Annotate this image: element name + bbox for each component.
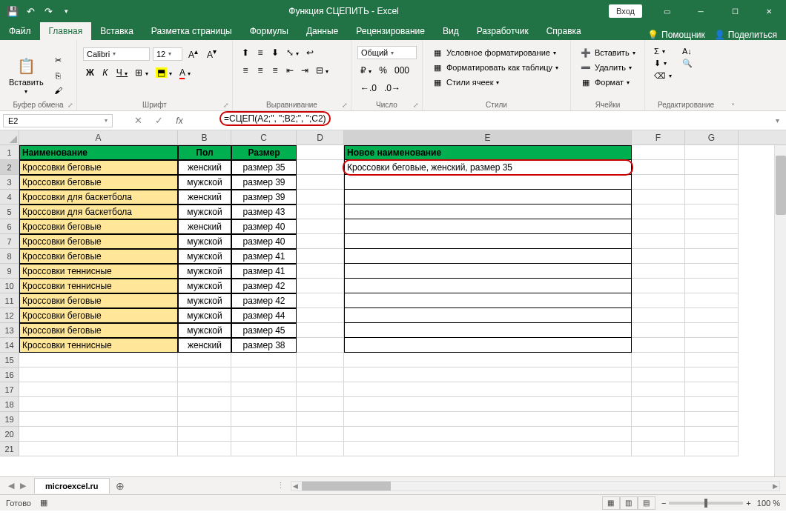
row-header-12[interactable]: 12 xyxy=(0,308,19,323)
tab-review[interactable]: Рецензирование xyxy=(347,22,434,40)
row-header-6[interactable]: 6 xyxy=(0,219,19,234)
sort-filter-icon[interactable]: A↓ xyxy=(679,46,696,56)
cell-styles-button[interactable]: ▦Стили ячеек ▾ xyxy=(429,76,564,89)
cell-f8[interactable] xyxy=(632,249,685,264)
paste-button[interactable]: 📋 Вставить ▾ xyxy=(6,54,47,96)
cell-f13[interactable] xyxy=(632,323,685,338)
row-header-16[interactable]: 16 xyxy=(0,368,19,382)
decrease-indent-icon[interactable]: ⇤ xyxy=(283,64,297,77)
copy-icon[interactable]: ⎘ xyxy=(51,69,66,82)
cell-d3[interactable] xyxy=(297,175,344,190)
cell-a8[interactable]: Кроссовки беговые xyxy=(19,249,178,264)
cell-c12[interactable]: размер 44 xyxy=(231,308,297,323)
cell-c16[interactable] xyxy=(231,368,297,382)
wrap-text-icon[interactable]: ↩ xyxy=(303,46,317,59)
cell-b16[interactable] xyxy=(178,368,231,382)
select-all-button[interactable] xyxy=(0,130,19,144)
cell-a10[interactable]: Кроссовки теннисные xyxy=(19,279,178,293)
cell-c21[interactable] xyxy=(231,442,297,456)
cell-f19[interactable] xyxy=(632,412,685,427)
cell-c3[interactable]: размер 39 xyxy=(231,175,297,190)
col-header-e[interactable]: E xyxy=(344,130,632,144)
sheet-tab[interactable]: microexcel.ru xyxy=(34,478,110,493)
cell-f7[interactable] xyxy=(632,234,685,249)
row-header-19[interactable]: 19 xyxy=(0,412,19,427)
tab-developer[interactable]: Разработчик xyxy=(468,22,538,40)
fx-icon[interactable]: fx xyxy=(171,116,188,126)
cell-b3[interactable]: мужской xyxy=(178,175,231,190)
cell-g5[interactable] xyxy=(685,205,739,219)
row-header-15[interactable]: 15 xyxy=(0,353,19,368)
col-header-b[interactable]: B xyxy=(178,130,231,144)
cell-f15[interactable] xyxy=(632,353,685,368)
cell-e13[interactable] xyxy=(344,323,632,338)
increase-indent-icon[interactable]: ⇥ xyxy=(298,64,311,77)
cell-e10[interactable] xyxy=(344,279,632,293)
align-bottom-icon[interactable]: ⬇ xyxy=(268,46,282,59)
row-header-2[interactable]: 2 xyxy=(0,160,19,175)
row-header-7[interactable]: 7 xyxy=(0,234,19,249)
cut-icon[interactable]: ✂ xyxy=(51,54,66,67)
cell-g2[interactable] xyxy=(685,160,739,175)
cell-b8[interactable]: мужской xyxy=(178,249,231,264)
font-size-combo[interactable]: 12▾ xyxy=(153,47,182,61)
tab-formulas[interactable]: Формулы xyxy=(241,22,297,40)
cell-d12[interactable] xyxy=(297,308,344,323)
cell-d16[interactable] xyxy=(297,368,344,382)
cell-g7[interactable] xyxy=(685,234,739,249)
cell-a5[interactable]: Кроссовки для баскетбола xyxy=(19,205,178,219)
cell-b20[interactable] xyxy=(178,427,231,442)
cell-f12[interactable] xyxy=(632,308,685,323)
cell-b21[interactable] xyxy=(178,442,231,456)
cell-e3[interactable] xyxy=(344,175,632,190)
cell-g14[interactable] xyxy=(685,338,739,353)
cell-e11[interactable] xyxy=(344,293,632,308)
page-break-view-icon[interactable]: ▤ xyxy=(638,496,655,510)
cell-a12[interactable]: Кроссовки беговые xyxy=(19,308,178,323)
cell-b18[interactable] xyxy=(178,397,231,412)
cell-f10[interactable] xyxy=(632,279,685,293)
cell-f1[interactable] xyxy=(632,145,685,160)
cell-c20[interactable] xyxy=(231,427,297,442)
align-top-icon[interactable]: ⬆ xyxy=(239,46,252,59)
cell-b4[interactable]: женский xyxy=(178,190,231,205)
cell-f5[interactable] xyxy=(632,205,685,219)
cell-a3[interactable]: Кроссовки беговые xyxy=(19,175,178,190)
cell-g21[interactable] xyxy=(685,442,739,456)
borders-icon[interactable]: ⊞ ▾ xyxy=(132,66,151,79)
conditional-format-button[interactable]: ▦Условное форматирование ▾ xyxy=(429,46,564,59)
cell-f6[interactable] xyxy=(632,219,685,234)
ribbon-options-icon[interactable]: ▭ xyxy=(650,0,684,22)
cell-e19[interactable] xyxy=(344,412,632,427)
insert-cells-button[interactable]: ➕Вставить ▾ xyxy=(577,46,638,59)
sheet-nav-prev-icon[interactable]: ◀ xyxy=(6,481,16,491)
tab-home[interactable]: Главная xyxy=(40,22,92,40)
close-icon[interactable]: ✕ xyxy=(752,0,786,22)
cell-c15[interactable] xyxy=(231,353,297,368)
cell-b13[interactable]: мужской xyxy=(178,323,231,338)
cell-d18[interactable] xyxy=(297,397,344,412)
cell-f14[interactable] xyxy=(632,338,685,353)
cell-e15[interactable] xyxy=(344,353,632,368)
cell-e6[interactable] xyxy=(344,219,632,234)
tellme-button[interactable]: 💡Помощник xyxy=(647,30,705,40)
cell-f21[interactable] xyxy=(632,442,685,456)
align-right-icon[interactable]: ≡ xyxy=(268,64,282,77)
cell-c10[interactable]: размер 42 xyxy=(231,279,297,293)
cell-a4[interactable]: Кроссовки для баскетбола xyxy=(19,190,178,205)
number-format-combo[interactable]: Общий▾ xyxy=(357,46,417,59)
cell-e20[interactable] xyxy=(344,427,632,442)
format-table-button[interactable]: ▦Форматировать как таблицу ▾ xyxy=(429,61,564,74)
cell-a18[interactable] xyxy=(19,397,178,412)
cell-g6[interactable] xyxy=(685,219,739,234)
normal-view-icon[interactable]: ▦ xyxy=(602,496,620,510)
login-button[interactable]: Вход xyxy=(609,4,642,18)
row-header-5[interactable]: 5 xyxy=(0,205,19,219)
cell-c11[interactable]: размер 42 xyxy=(231,293,297,308)
cell-c5[interactable]: размер 43 xyxy=(231,205,297,219)
zoom-slider[interactable]: − + xyxy=(661,499,751,508)
cancel-formula-icon[interactable]: ✕ xyxy=(129,115,147,126)
tab-insert[interactable]: Вставка xyxy=(91,22,142,40)
horizontal-scrollbar[interactable]: ◀ ▶ xyxy=(291,481,780,491)
cell-d20[interactable] xyxy=(297,427,344,442)
